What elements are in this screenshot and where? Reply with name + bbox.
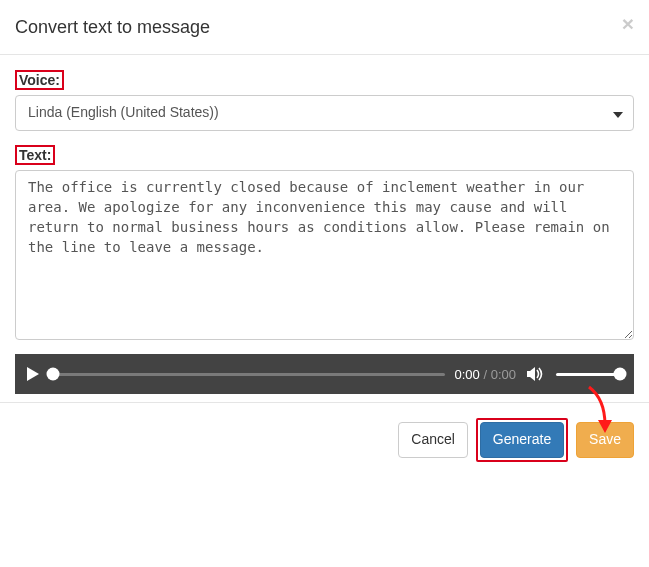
voice-field-group: Voice: Linda (English (United States)) [15,70,634,131]
text-input[interactable]: The office is currently closed because o… [15,170,634,340]
voice-select[interactable]: Linda (English (United States)) [15,95,634,131]
volume-thumb[interactable] [614,368,627,381]
play-icon[interactable] [27,367,39,381]
dialog-title: Convert text to message [15,15,634,40]
generate-button[interactable]: Generate [480,422,564,458]
audio-player: 0:00 / 0:00 [15,354,634,394]
generate-highlight: Generate [476,418,568,462]
volume-slider[interactable] [556,373,620,376]
close-icon[interactable]: × [622,13,634,34]
progress-slider[interactable] [53,373,445,376]
time-display: 0:00 / 0:00 [455,367,516,382]
save-button[interactable]: Save [576,422,634,458]
time-separator: / [480,367,491,382]
text-label: Text: [15,145,55,165]
convert-text-dialog: Convert text to message × Voice: Linda (… [0,0,649,477]
time-current: 0:00 [455,367,480,382]
text-field-group: Text: The office is currently closed bec… [15,145,634,340]
time-total: 0:00 [491,367,516,382]
dialog-header: Convert text to message × [0,0,649,55]
progress-thumb[interactable] [47,368,60,381]
cancel-button[interactable]: Cancel [398,422,468,458]
dialog-body: Voice: Linda (English (United States)) T… [0,55,649,402]
volume-icon[interactable] [526,366,546,382]
voice-label: Voice: [15,70,64,90]
voice-select-wrap: Linda (English (United States)) [15,95,634,131]
dialog-footer: Cancel Generate Save [0,402,649,477]
